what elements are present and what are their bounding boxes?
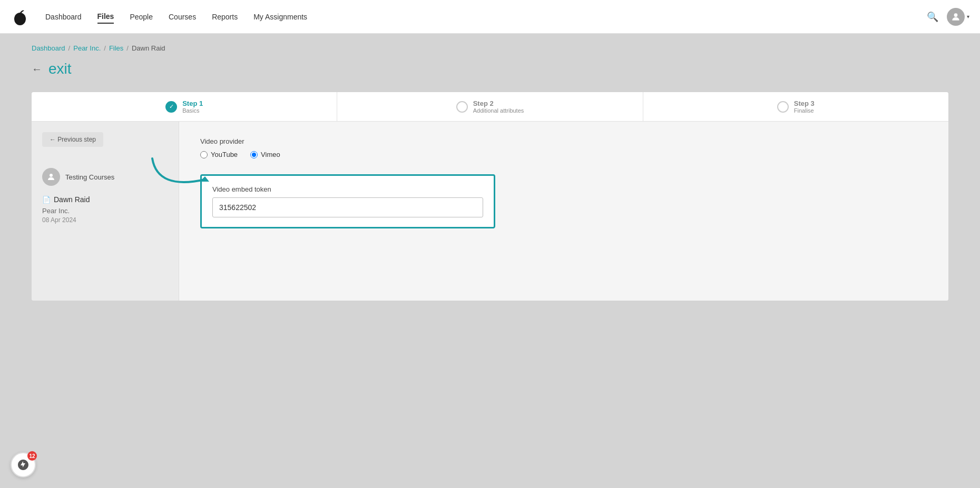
file-doc-icon: 📄 <box>42 196 51 204</box>
youtube-label: YouTube <box>211 151 238 158</box>
exit-header: ← exit <box>32 61 948 77</box>
breadcrumb-current: Dawn Raid <box>132 44 165 52</box>
file-avatar <box>42 168 60 186</box>
breadcrumb-org[interactable]: Pear Inc. <box>73 44 101 52</box>
nav-files[interactable]: Files <box>97 10 114 24</box>
file-item: Testing Courses <box>42 168 168 186</box>
step-2-label: Step 2 <box>473 99 524 107</box>
token-box: Video embed token <box>200 174 495 228</box>
vimeo-radio[interactable] <box>250 151 258 158</box>
step-body: ← Previous step Testing Courses 📄 Dawn R… <box>32 122 948 301</box>
nav-people[interactable]: People <box>130 11 153 23</box>
video-provider-section: Video provider YouTube Vimeo <box>200 137 927 158</box>
step-bar: ✓ Step 1 Basics Step 2 Additional attrib… <box>32 92 948 122</box>
steps-container: ✓ Step 1 Basics Step 2 Additional attrib… <box>32 92 948 301</box>
search-icon[interactable]: 🔍 <box>927 11 938 23</box>
bottom-badge[interactable]: 12 <box>11 452 36 477</box>
svg-point-0 <box>14 13 26 25</box>
step-3-label: Step 3 <box>794 99 815 107</box>
left-panel: ← Previous step Testing Courses 📄 Dawn R… <box>32 122 179 301</box>
step-3-circle <box>777 101 789 113</box>
navbar: Dashboard Files People Courses Reports M… <box>0 0 980 34</box>
nav-reports[interactable]: Reports <box>212 11 238 23</box>
nav-dashboard[interactable]: Dashboard <box>45 11 82 23</box>
breadcrumb-sep-1: / <box>68 44 71 52</box>
nav-courses[interactable]: Courses <box>169 11 196 23</box>
svg-point-2 <box>50 174 53 177</box>
right-panel: Video provider YouTube Vimeo V <box>179 122 948 301</box>
app-logo[interactable] <box>11 7 30 26</box>
vimeo-option[interactable]: Vimeo <box>250 151 280 158</box>
step-1-circle: ✓ <box>165 101 177 113</box>
vimeo-label: Vimeo <box>261 151 280 158</box>
nav-links: Dashboard Files People Courses Reports M… <box>45 10 927 24</box>
file-org: Pear Inc. <box>42 207 168 215</box>
file-date: 08 Apr 2024 <box>42 216 168 224</box>
avatar-dropdown-icon[interactable]: ▾ <box>967 14 969 19</box>
file-detail-row: 📄 Dawn Raid <box>42 195 168 204</box>
prev-step-button[interactable]: ← Previous step <box>42 132 103 147</box>
step-1[interactable]: ✓ Step 1 Basics <box>32 92 337 121</box>
step-3-sublabel: Finalise <box>794 107 815 114</box>
file-title: Dawn Raid <box>54 195 90 204</box>
nav-my-assignments[interactable]: My Assignments <box>253 11 307 23</box>
step-2-info: Step 2 Additional attributes <box>473 99 524 114</box>
exit-title[interactable]: exit <box>48 61 72 77</box>
step-3[interactable]: Step 3 Finalise <box>643 92 948 121</box>
step-2-sublabel: Additional attributes <box>473 107 524 114</box>
breadcrumb-files[interactable]: Files <box>109 44 123 52</box>
breadcrumb-sep-3: / <box>126 44 129 52</box>
breadcrumb: Dashboard / Pear Inc. / Files / Dawn Rai… <box>32 44 948 52</box>
token-label: Video embed token <box>212 185 483 193</box>
main-content: Dashboard / Pear Inc. / Files / Dawn Rai… <box>0 34 980 322</box>
youtube-radio[interactable] <box>200 151 208 158</box>
video-provider-label: Video provider <box>200 137 927 145</box>
breadcrumb-sep-2: / <box>104 44 106 52</box>
radio-group: YouTube Vimeo <box>200 151 927 158</box>
step-3-info: Step 3 Finalise <box>794 99 815 114</box>
step-1-info: Step 1 Basics <box>182 99 203 114</box>
breadcrumb-dashboard[interactable]: Dashboard <box>32 44 65 52</box>
file-name-label: Testing Courses <box>65 173 114 181</box>
svg-point-1 <box>954 13 958 17</box>
avatar[interactable] <box>947 8 965 26</box>
step-1-sublabel: Basics <box>182 107 203 114</box>
step-2[interactable]: Step 2 Additional attributes <box>337 92 643 121</box>
back-arrow-icon[interactable]: ← <box>32 63 42 75</box>
token-input[interactable] <box>212 197 483 217</box>
youtube-option[interactable]: YouTube <box>200 151 238 158</box>
step-2-circle <box>456 101 468 113</box>
badge-count: 12 <box>27 451 37 461</box>
step-1-label: Step 1 <box>182 99 203 107</box>
